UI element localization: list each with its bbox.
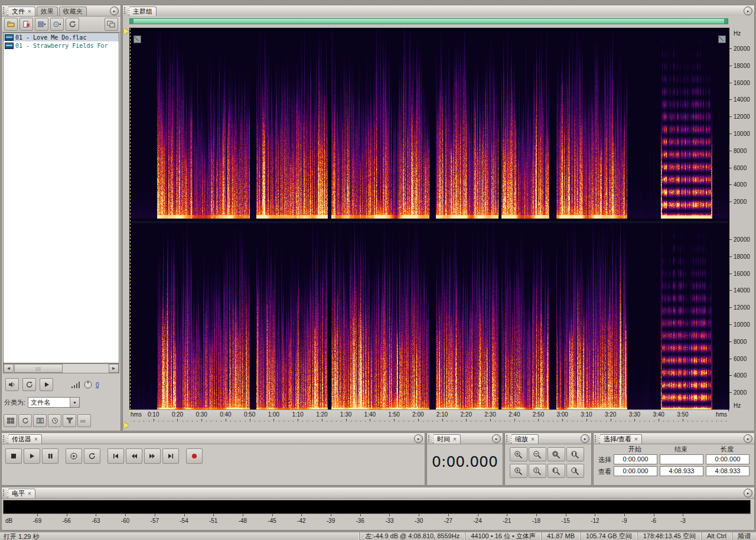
panel-menu-button[interactable]: ▸	[744, 6, 752, 15]
close-icon[interactable]: ×	[34, 437, 38, 443]
level-meter[interactable]	[3, 500, 751, 514]
show-audio-files-button[interactable]	[4, 414, 17, 427]
show-video-files-button[interactable]	[33, 414, 47, 427]
chevron-down-icon[interactable]: ▼	[70, 398, 79, 407]
import-file-button[interactable]	[4, 18, 18, 31]
range-start-handle[interactable]	[124, 28, 129, 34]
preview-volume-link[interactable]: 0	[96, 382, 99, 388]
time-display[interactable]: 0:00.000	[427, 453, 503, 470]
tab-time[interactable]: 时间 ×	[433, 434, 461, 444]
selection-corner-handle-right[interactable]	[718, 35, 726, 43]
show-full-paths-button[interactable]: co	[77, 414, 91, 427]
film-icon	[37, 418, 44, 424]
spectrogram-left-channel[interactable]	[130, 28, 729, 219]
scroll-thumb[interactable]: |||	[14, 364, 63, 373]
go-to-start-button[interactable]	[107, 448, 124, 464]
panel-menu-button[interactable]: ▸	[581, 434, 589, 443]
zoom-out-horizontal-button[interactable]	[529, 447, 546, 461]
zoom-in-vertical-button[interactable]	[510, 464, 527, 478]
panel-menu-button[interactable]: ▸	[492, 434, 501, 443]
view-end-field[interactable]: 4:08.933	[660, 466, 703, 476]
selection-end-field[interactable]	[660, 454, 703, 464]
close-icon[interactable]: ×	[28, 9, 31, 15]
frequency-ruler[interactable]: HzHz200001800016000140001200010000800060…	[729, 28, 755, 411]
tab-favorites[interactable]: 收藏夹	[59, 6, 87, 16]
close-file-button[interactable]	[19, 18, 33, 31]
insert-into-multitrack-button[interactable]	[35, 18, 48, 31]
show-loop-files-button[interactable]	[18, 414, 32, 427]
tab-effects[interactable]: 效果	[37, 6, 58, 16]
tab-transport[interactable]: 传送器 ×	[8, 434, 42, 444]
view-length-field[interactable]: 4:08.933	[706, 466, 750, 476]
preview-play-button[interactable]	[40, 378, 53, 391]
range-end-handle[interactable]	[124, 422, 129, 428]
sort-by-dropdown[interactable]: 文件名 ▼	[28, 397, 80, 408]
insert-into-cd-button[interactable]	[50, 18, 64, 31]
time-tick-minor-mark	[567, 421, 568, 422]
tab-files[interactable]: 文件 ×	[8, 6, 35, 16]
play-looped-button[interactable]	[84, 448, 100, 464]
selection-start-field[interactable]: 0:00.000	[614, 454, 657, 464]
close-icon[interactable]: ×	[453, 437, 457, 443]
panel-gripper[interactable]	[595, 435, 600, 442]
scroll-track[interactable]	[63, 364, 109, 373]
zoom-out-full-button[interactable]	[548, 447, 565, 461]
panel-menu-button[interactable]: ▸	[744, 434, 752, 443]
panel-gripper[interactable]	[3, 7, 8, 14]
panel-gripper[interactable]	[124, 7, 129, 14]
selection-corner-handle-left[interactable]	[133, 35, 141, 43]
play-from-cursor-button[interactable]	[66, 448, 82, 464]
tab-effects-label: 效果	[41, 7, 54, 16]
refresh-list-button[interactable]	[66, 18, 79, 31]
panel-menu-button[interactable]: ▸	[110, 6, 119, 15]
zoom-to-left-edge-button[interactable]	[548, 464, 565, 478]
file-list[interactable]: 01 - Love Me Do.flac01 - Strawberry Fiel…	[3, 32, 119, 363]
panel-menu-button[interactable]: ▸	[414, 434, 423, 443]
tab-zoom[interactable]: 缩放 ×	[511, 434, 539, 444]
close-icon[interactable]: ×	[634, 437, 638, 443]
time-tick-label: 1:50	[386, 411, 402, 418]
stop-button[interactable]	[5, 448, 22, 464]
tab-levels[interactable]: 电平 ×	[8, 489, 35, 498]
zoom-out-vertical-button[interactable]	[529, 464, 546, 478]
panel-gripper[interactable]	[428, 435, 434, 442]
view-start-field[interactable]: 0:00.000	[614, 466, 657, 476]
volume-knob-icon[interactable]	[84, 380, 92, 389]
fast-forward-button[interactable]	[144, 448, 161, 464]
autoplay-toggle-button[interactable]	[5, 378, 19, 391]
panel-gripper[interactable]	[506, 435, 511, 442]
zoom-to-right-edge-button[interactable]	[566, 464, 584, 478]
zoom-in-horizontal-button[interactable]	[510, 447, 527, 461]
filter-button[interactable]	[63, 414, 76, 427]
zoom-to-selection-button[interactable]	[566, 447, 584, 461]
time-tick-minor-mark	[673, 421, 674, 422]
file-row[interactable]: 01 - Love Me Do.flac	[4, 33, 119, 41]
record-button[interactable]	[186, 448, 203, 464]
show-midi-files-button[interactable]	[48, 414, 61, 427]
spectral-display[interactable]	[129, 28, 729, 409]
time-tick-minor-mark	[163, 421, 164, 422]
loop-preview-button[interactable]	[22, 378, 36, 391]
go-to-end-button[interactable]	[162, 448, 179, 464]
scroll-left-arrow[interactable]: ◄	[4, 364, 14, 373]
time-ruler[interactable]: hmshms0:100:200:300:400:501:001:101:201:…	[129, 409, 728, 422]
rewind-button[interactable]	[126, 448, 142, 464]
file-row[interactable]: 01 - Strawberry Fields For	[4, 41, 119, 50]
close-icon[interactable]: ×	[531, 437, 535, 443]
tab-main-group[interactable]: 主群组	[129, 6, 157, 16]
tab-selection-view[interactable]: 选择/查看 ×	[599, 434, 642, 444]
tab-main-group-label: 主群组	[133, 7, 152, 16]
panel-gripper[interactable]	[3, 435, 8, 442]
files-horizontal-scrollbar[interactable]: ◄ ||| ►	[3, 363, 119, 373]
play-button[interactable]	[24, 448, 40, 464]
panel-menu-button[interactable]: ▸	[744, 489, 752, 497]
view-range-bar[interactable]	[129, 18, 728, 24]
panel-gripper[interactable]	[3, 489, 8, 496]
pause-button[interactable]	[42, 448, 58, 464]
audio-file-icon	[5, 43, 14, 49]
show-options-button[interactable]	[105, 18, 118, 31]
spectrogram-right-channel[interactable]	[130, 223, 729, 411]
scroll-right-arrow[interactable]: ►	[109, 364, 119, 373]
close-icon[interactable]: ×	[28, 491, 31, 497]
selection-length-field[interactable]: 0:00.000	[706, 454, 750, 464]
